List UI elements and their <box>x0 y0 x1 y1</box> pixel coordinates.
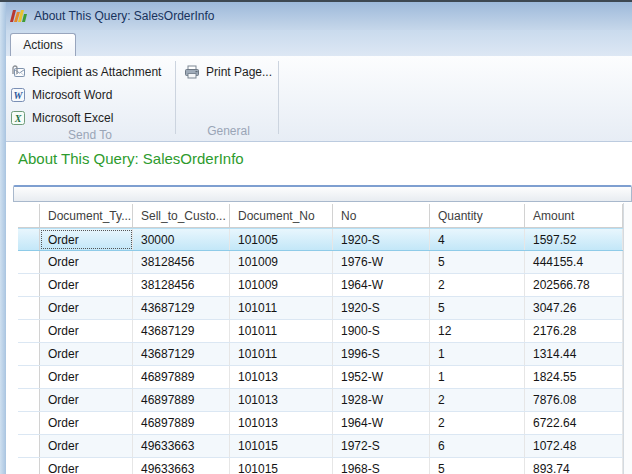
row-selector-cell[interactable] <box>18 435 40 457</box>
table-cell[interactable]: 12 <box>430 320 525 342</box>
table-cell[interactable]: 1920-S <box>333 229 430 250</box>
row-selector-cell[interactable] <box>18 366 40 388</box>
table-cell[interactable]: 1597.52 <box>525 229 623 250</box>
table-cell[interactable]: Order <box>40 366 133 388</box>
table-cell[interactable]: 202566.78 <box>525 274 623 296</box>
row-selector-cell[interactable] <box>18 320 40 342</box>
column-header-2[interactable]: Sell_to_Custo... <box>133 204 230 227</box>
table-cell[interactable]: 101013 <box>230 389 333 411</box>
table-cell[interactable]: Order <box>40 389 133 411</box>
table-cell[interactable]: 101015 <box>230 458 333 474</box>
table-cell[interactable]: 43687129 <box>133 297 230 319</box>
table-row[interactable]: Order436871291010111996-S11314.44 <box>18 343 623 366</box>
table-cell[interactable]: 101011 <box>230 343 333 365</box>
table-row[interactable]: Order468978891010131964-W26722.64 <box>18 412 623 435</box>
print-page-button[interactable]: Print Page... <box>180 62 277 82</box>
table-cell[interactable]: Order <box>40 343 133 365</box>
table-cell[interactable]: 2176.28 <box>525 320 623 342</box>
table-cell[interactable]: Order <box>40 458 133 474</box>
row-selector-cell[interactable] <box>18 412 40 434</box>
filter-bar[interactable] <box>13 185 632 202</box>
table-cell[interactable]: 101013 <box>230 412 333 434</box>
table-cell[interactable]: 1920-S <box>333 297 430 319</box>
tab-actions[interactable]: Actions <box>10 33 76 56</box>
table-cell[interactable]: 6722.64 <box>525 412 623 434</box>
table-row[interactable]: Order468978891010131928-W27876.08 <box>18 389 623 412</box>
table-cell[interactable]: 1976-W <box>333 251 430 273</box>
table-cell[interactable]: 893.74 <box>525 458 623 474</box>
table-cell[interactable]: 43687129 <box>133 343 230 365</box>
table-row[interactable]: Order436871291010111920-S53047.26 <box>18 297 623 320</box>
table-cell[interactable]: 101013 <box>230 366 333 388</box>
table-cell[interactable]: 1968-S <box>333 458 430 474</box>
row-selector-cell[interactable] <box>18 297 40 319</box>
table-cell[interactable]: 46897889 <box>133 389 230 411</box>
table-cell[interactable]: 1 <box>430 343 525 365</box>
table-cell[interactable]: 49633663 <box>133 458 230 474</box>
vertical-scrollbar[interactable] <box>623 203 632 474</box>
table-cell[interactable]: 38128456 <box>133 274 230 296</box>
table-cell[interactable]: Order <box>40 251 133 273</box>
table-cell[interactable]: Order <box>40 229 133 250</box>
table-cell[interactable]: 43687129 <box>133 320 230 342</box>
table-cell[interactable]: 444155.4 <box>525 251 623 273</box>
table-cell[interactable]: 30000 <box>133 229 230 250</box>
table-cell[interactable]: 1 <box>430 366 525 388</box>
table-cell[interactable]: 1314.44 <box>525 343 623 365</box>
table-cell[interactable]: 2 <box>430 389 525 411</box>
titlebar[interactable]: About This Query: SalesOrderInfo <box>0 2 632 30</box>
table-cell[interactable]: 6 <box>430 435 525 457</box>
table-row[interactable]: Order300001010051920-S41597.52 <box>18 228 623 251</box>
table-cell[interactable]: Order <box>40 412 133 434</box>
table-cell[interactable]: 7876.08 <box>525 389 623 411</box>
column-header-5[interactable]: Quantity <box>430 204 525 227</box>
row-selector-cell[interactable] <box>18 389 40 411</box>
table-cell[interactable]: 1952-W <box>333 366 430 388</box>
table-cell[interactable]: 101005 <box>230 229 333 250</box>
row-selector-cell[interactable] <box>18 274 40 296</box>
column-header-3[interactable]: Document_No <box>230 204 333 227</box>
table-cell[interactable]: 1964-W <box>333 412 430 434</box>
row-selector-cell[interactable] <box>18 458 40 474</box>
table-row[interactable]: Order381284561010091976-W5444155.4 <box>18 251 623 274</box>
row-selector-header[interactable] <box>18 204 40 227</box>
table-cell[interactable]: 101009 <box>230 274 333 296</box>
table-row[interactable]: Order468978891010131952-W11824.55 <box>18 366 623 389</box>
table-cell[interactable]: Order <box>40 320 133 342</box>
table-cell[interactable]: 1964-W <box>333 274 430 296</box>
table-cell[interactable]: 5 <box>430 458 525 474</box>
table-cell[interactable]: Order <box>40 297 133 319</box>
table-cell[interactable]: 1072.48 <box>525 435 623 457</box>
column-header-6[interactable]: Amount <box>525 204 623 227</box>
table-cell[interactable]: 101011 <box>230 320 333 342</box>
table-cell[interactable]: 101011 <box>230 297 333 319</box>
table-cell[interactable]: 2 <box>430 412 525 434</box>
table-cell[interactable]: 4 <box>430 229 525 250</box>
table-cell[interactable]: 101009 <box>230 251 333 273</box>
table-cell[interactable]: 38128456 <box>133 251 230 273</box>
microsoft-word-button[interactable]: W Microsoft Word <box>6 85 174 105</box>
microsoft-excel-button[interactable]: X Microsoft Excel <box>6 108 174 128</box>
table-cell[interactable]: 1996-S <box>333 343 430 365</box>
table-cell[interactable]: 5 <box>430 251 525 273</box>
column-header-1[interactable]: Document_Ty... <box>40 204 133 227</box>
table-row[interactable]: Order436871291010111900-S122176.28 <box>18 320 623 343</box>
table-cell[interactable]: 46897889 <box>133 412 230 434</box>
table-cell[interactable]: Order <box>40 274 133 296</box>
table-cell[interactable]: 1900-S <box>333 320 430 342</box>
table-cell[interactable]: 49633663 <box>133 435 230 457</box>
table-cell[interactable]: 1972-S <box>333 435 430 457</box>
table-cell[interactable]: 5 <box>430 297 525 319</box>
row-selector-cell[interactable] <box>18 229 40 250</box>
table-row[interactable]: Order381284561010091964-W2202566.78 <box>18 274 623 297</box>
table-cell[interactable]: Order <box>40 435 133 457</box>
column-header-4[interactable]: No <box>333 204 430 227</box>
table-cell[interactable]: 46897889 <box>133 366 230 388</box>
table-cell[interactable]: 2 <box>430 274 525 296</box>
row-selector-cell[interactable] <box>18 251 40 273</box>
row-selector-cell[interactable] <box>18 343 40 365</box>
table-cell[interactable]: 101015 <box>230 435 333 457</box>
table-cell[interactable]: 1824.55 <box>525 366 623 388</box>
table-row[interactable]: Order496336631010151968-S5893.74 <box>18 458 623 474</box>
table-cell[interactable]: 1928-W <box>333 389 430 411</box>
